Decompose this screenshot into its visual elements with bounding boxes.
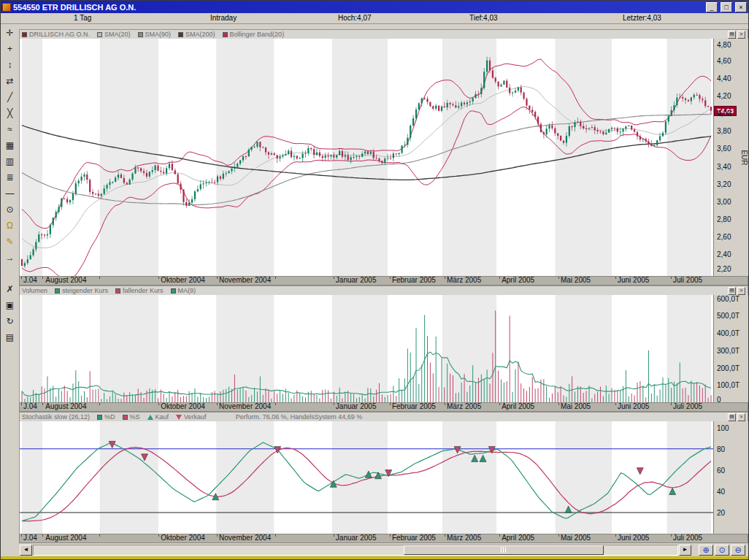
month-tick xyxy=(499,534,500,537)
x-axis-label: Januar 2005 xyxy=(336,276,377,284)
volume-plot[interactable] xyxy=(19,295,713,402)
legend-label: Perform. 76,06 %, HandelsSystem 44,69 % xyxy=(236,413,363,421)
titlebar[interactable]: 554550 ETR DRILLISCH AG O.N. _ □ × xyxy=(1,1,748,13)
zoom-tool[interactable]: ⊙ xyxy=(3,203,18,217)
panel-close-button[interactable]: × xyxy=(737,413,745,421)
trendline-tool[interactable]: ╱ xyxy=(3,91,18,104)
x-axis-label: Juni 2005 xyxy=(618,534,649,542)
month-tick xyxy=(445,403,445,405)
legend-label: %D xyxy=(104,413,115,421)
price-chart[interactable] xyxy=(20,39,713,276)
scroll-right-button[interactable]: ► xyxy=(679,545,691,556)
month-tick xyxy=(499,403,500,405)
month-tick xyxy=(390,277,391,279)
minimize-button[interactable]: _ xyxy=(706,2,718,12)
legend-item: fallender Kurs xyxy=(115,287,164,294)
crosshair-tool[interactable]: + xyxy=(3,42,18,56)
panel-menu-button[interactable]: ▤ xyxy=(728,287,736,295)
expand-tool[interactable]: ↕ xyxy=(3,58,18,72)
stochastic-plot[interactable] xyxy=(19,421,713,534)
month-tick xyxy=(334,403,334,405)
x-axis-label: J.04 xyxy=(23,276,37,284)
move-tool[interactable]: ✛ xyxy=(3,26,18,40)
legend-swatch xyxy=(97,415,102,420)
alarm-tool[interactable]: Ω xyxy=(3,219,18,233)
legend-swatch xyxy=(123,415,128,420)
stochastic-x-axis: J.04August 2004Oktober 2004November 2004… xyxy=(19,534,748,543)
mode-label: Intraday xyxy=(210,14,237,22)
compare-tool[interactable]: ⇄ xyxy=(3,74,18,88)
x-axis-label: März 2005 xyxy=(447,276,481,284)
panel-close-button[interactable]: × xyxy=(737,287,745,295)
legend-item: MA(9) xyxy=(171,287,196,294)
note-tool[interactable]: ✎ xyxy=(3,235,18,249)
month-tick xyxy=(275,277,276,279)
x-axis-label: Februar 2005 xyxy=(392,534,436,542)
price-plot[interactable] xyxy=(19,39,713,276)
close-button[interactable]: × xyxy=(735,2,747,12)
scrollbar-track[interactable] xyxy=(33,545,678,556)
panel-menu-button[interactable]: ▤ xyxy=(728,413,736,421)
month-tick xyxy=(99,277,100,279)
legend-swatch xyxy=(138,32,143,37)
month-tick xyxy=(671,534,672,537)
x-axis-label: Juni 2005 xyxy=(618,402,649,410)
x-axis-label: Februar 2005 xyxy=(392,402,436,410)
month-tick xyxy=(42,534,43,537)
x-axis-label: April 2005 xyxy=(502,534,534,542)
delete-tool[interactable]: ✗ xyxy=(3,283,18,296)
save-tool[interactable]: ▣ xyxy=(3,299,18,312)
scroll-left-button[interactable]: ◄ xyxy=(20,545,32,556)
low-label: Tief:4,03 xyxy=(469,14,498,22)
month-tick xyxy=(390,403,391,405)
month-tick xyxy=(615,277,616,279)
y-axis-tick: 3,80 xyxy=(717,127,731,135)
month-tick xyxy=(671,277,672,279)
print-tool[interactable]: ▤ xyxy=(3,331,18,345)
column-grid-tool[interactable]: ▥ xyxy=(3,155,18,169)
y-axis-tick: 500,0T xyxy=(717,312,740,320)
panel-close-button[interactable]: × xyxy=(737,31,745,39)
window-title: 554550 ETR DRILLISCH AG O.N. xyxy=(13,3,703,12)
y-axis-tick: 4,60 xyxy=(717,57,731,65)
legend-swatch xyxy=(115,288,120,294)
y-axis-tick: 3,60 xyxy=(717,145,731,153)
x-axis-label: J.04 xyxy=(23,402,37,410)
month-tick xyxy=(334,534,334,537)
price-legend: DRILLISCH AG O.N.SMA(20)SMA(90)SMA(200)B… xyxy=(22,31,728,38)
zoom-in-button[interactable]: ⊕ xyxy=(699,545,713,556)
legend-label: Stochastik slow (26,12) xyxy=(22,413,90,421)
y-axis-tick: 300,0T xyxy=(717,346,740,354)
y-axis-tick: 100,0T xyxy=(717,381,740,389)
zoom-reset-button[interactable]: ⊙ xyxy=(715,545,729,556)
volume-panel: Volumensteigender Kursfallender KursMA(9… xyxy=(19,285,748,412)
fibonacci-tool[interactable]: ≣ xyxy=(3,171,18,185)
maximize-button[interactable]: □ xyxy=(721,2,732,12)
legend-item: steigender Kurs xyxy=(55,287,108,294)
price-y-axis: T4,03 EUR 4,804,604,404,204,003,803,603,… xyxy=(713,39,748,276)
x-axis-label: J.04 xyxy=(23,534,37,542)
y-axis-tick: 80 xyxy=(717,445,725,453)
x-axis-label: November 2004 xyxy=(219,402,271,410)
volume-chart[interactable] xyxy=(20,295,713,402)
y-axis-tick: 2,40 xyxy=(717,250,731,258)
horizontal-line-tool[interactable]: ― xyxy=(3,187,18,201)
sell-marker-icon xyxy=(176,415,182,420)
currency-unit-label: EUR xyxy=(740,150,748,165)
refresh-tool[interactable]: ↻ xyxy=(3,315,18,329)
x-axis-label: April 2005 xyxy=(502,402,534,410)
scrollbar-thumb[interactable] xyxy=(404,545,603,555)
legend-label: steigender Kurs xyxy=(62,287,108,294)
month-tick xyxy=(445,534,445,537)
month-tick xyxy=(334,277,334,279)
y-axis-tick: 2,20 xyxy=(717,265,731,273)
panel-menu-button[interactable]: ▤ xyxy=(728,31,736,39)
legend-item: SMA(200) xyxy=(178,31,215,38)
pointer-tool[interactable]: → xyxy=(3,251,18,265)
wave-tool[interactable]: ≈ xyxy=(3,123,18,137)
crossline-tool[interactable]: ╳ xyxy=(3,107,18,120)
grid-tool[interactable]: ▦ xyxy=(3,139,18,153)
stochastic-chart[interactable] xyxy=(20,421,713,534)
month-tick xyxy=(615,534,616,537)
zoom-out-button[interactable]: ⊖ xyxy=(731,545,745,556)
